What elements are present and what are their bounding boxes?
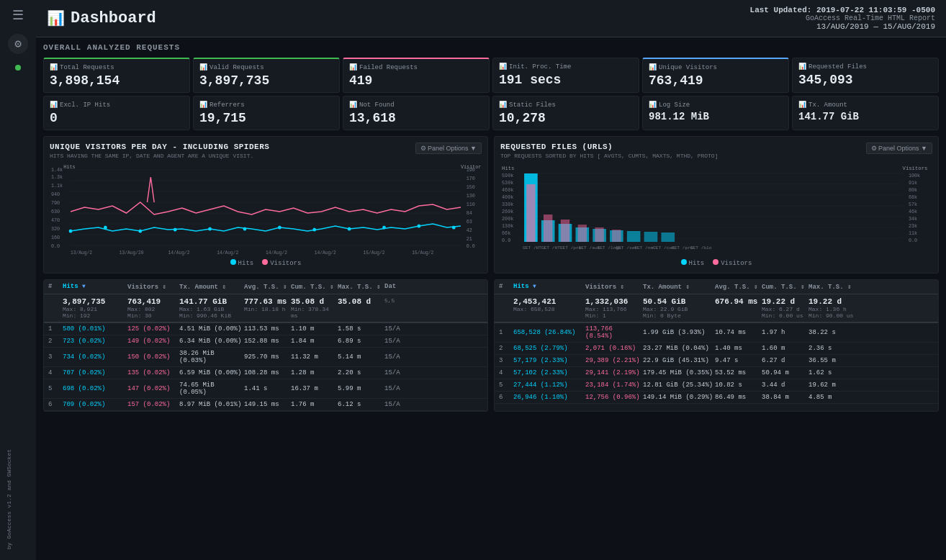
svg-rect-89 [544,214,552,242]
fcol-cum-header[interactable]: Cum. T.S. ⇕ [762,283,808,291]
col-hits-header[interactable]: Hits ▼ [63,283,127,291]
status-dot [15,65,21,71]
col-num[interactable]: # [48,283,63,291]
fcol-num[interactable]: # [499,283,513,291]
svg-text:11k: 11k [909,230,917,236]
svg-text:91k: 91k [909,180,917,186]
visitors-table: # Hits ▼ Visitors ⇕ Tx. Amount ⇕ Avg. T.… [43,279,488,412]
files-table: # Hits ▼ Visitors ⇕ Tx. Amount ⇕ Avg. T.… [494,279,939,412]
table-row: 1 658,528 (26.84%) 113,766 (8.54%) 1.99 … [495,323,938,343]
col-avg-header[interactable]: Avg. T.S. ⇕ [244,283,291,291]
table-row: 4 707 (0.02%) 135 (0.02%) 6.59 MiB (0.00… [44,367,487,379]
table-row: 3 734 (0.02%) 150 (0.02%) 38.26 MiB (0.0… [44,348,487,367]
col-cum-header[interactable]: Cum. T.S. ⇕ [291,283,338,291]
svg-text:100k: 100k [909,173,920,179]
overall-section-title: OVERALL ANALYZED REQUESTS [43,43,939,52]
visitors-panel-options[interactable]: ⚙ Panel Options ▼ [415,143,482,154]
svg-text:330k: 330k [502,202,513,207]
svg-text:42: 42 [467,227,472,233]
col-tx-header[interactable]: Tx. Amount ⇕ [179,283,244,291]
table-row: 2 68,525 (2.79%) 2,071 (0.16%) 23.27 MiB… [495,343,938,355]
svg-text:57k: 57k [909,202,917,207]
table-row: 1 580 (0.01%) 125 (0.02%) 4.51 MiB (0.00… [44,323,487,335]
visitors-chart: 1.4k 1.3k 1.1k 940 790 630 470 320 160 0… [50,163,482,256]
stat-referrers: 📊Referrers 19,715 [193,96,340,130]
svg-text:13/Aug/2: 13/Aug/2 [71,250,92,256]
dashboard-title: 📊 Dashboard [47,9,156,27]
stat-unique-visitors: 📊Unique Visitors 763,419 [642,58,789,93]
svg-rect-87 [661,232,675,242]
svg-text:170: 170 [467,176,475,181]
svg-text:15/Aug/2: 15/Aug/2 [412,250,433,256]
svg-text:1.1k: 1.1k [51,183,63,189]
visitors-panel: UNIQUE VISITORS PER DAY - INCLUDING SPID… [43,136,488,274]
svg-text:14/Aug/2: 14/Aug/2 [315,250,336,256]
svg-text:1.4k: 1.4k [51,167,63,173]
svg-point-35 [243,227,247,231]
svg-text:GET /blo: GET /blo [690,245,712,250]
svg-text:200k: 200k [502,216,513,222]
svg-text:GET /nm: GET /nm [634,245,653,250]
header-right: Last Updated: 2019-07-22 11:03:59 -0500 … [750,6,935,31]
table-row: 6 26,946 (1.10%) 12,756 (0.96%) 149.14 M… [495,392,938,404]
svg-text:14/Aug/2: 14/Aug/2 [217,250,238,256]
svg-text:GET /HT: GET /HT [523,245,541,250]
col-visitors-header[interactable]: Visitors ⇕ [127,283,179,291]
stat-requested-files: 📊Requested Files 345,093 [792,58,939,93]
svg-text:15/Aug/2: 15/Aug/2 [363,250,384,256]
svg-rect-86 [644,232,658,242]
col-max-header[interactable]: Max. T.S. ⇕ [338,283,384,291]
stat-total-requests: 📊Total Requests 3,898,154 [43,58,190,93]
svg-text:Visitors: Visitors [461,164,482,170]
svg-text:66k: 66k [502,230,510,236]
svg-text:Hits: Hits [502,166,514,171]
stat-not-found: 📊Not Found 13,618 [343,96,490,130]
svg-text:21: 21 [467,236,472,242]
svg-point-34 [208,227,212,231]
stat-valid-requests: 📊Valid Requests 3,897,735 [193,58,340,93]
svg-text:0.0: 0.0 [467,243,475,249]
svg-point-30 [69,230,73,233]
fcol-hits-header[interactable]: Hits ▼ [513,283,585,291]
svg-rect-88 [526,184,535,242]
files-panel: REQUESTED FILES (URLS) TOP REQUESTS SORT… [494,136,939,274]
svg-text:80k: 80k [909,187,917,193]
table-row: 5 698 (0.02%) 147 (0.02%) 74.65 MiB (0.0… [44,379,487,399]
svg-text:1.3k: 1.3k [51,174,63,180]
svg-point-39 [382,226,386,230]
fcol-tx-header[interactable]: Tx. Amount ⇕ [643,283,715,291]
svg-text:23k: 23k [909,223,917,229]
svg-text:84: 84 [467,210,472,216]
svg-text:0.0: 0.0 [909,238,917,243]
svg-point-31 [104,226,107,230]
stat-init-proc: 📊Init. Proc. Time 191 secs [492,58,639,93]
svg-text:130k: 130k [502,223,513,229]
svg-text:68k: 68k [909,194,917,200]
fcol-visitors-header[interactable]: Visitors ⇕ [585,283,643,291]
svg-text:46k: 46k [909,209,917,214]
table-row: 5 27,444 (1.12%) 23,184 (1.74%) 12.81 Gi… [495,379,938,392]
svg-text:460k: 460k [502,187,513,193]
svg-text:320: 320 [51,226,60,232]
svg-rect-93 [612,230,621,242]
svg-text:Hits: Hits [63,164,75,170]
fcol-max-header[interactable]: Max. T.S. ⇕ [808,283,855,291]
svg-rect-90 [561,220,569,242]
files-chart: Hits Visitors 590k 530k 460k 400k 330k 2… [500,163,932,256]
svg-text:130: 130 [467,193,475,199]
table-row: 2 723 (0.02%) 149 (0.02%) 6.34 MiB (0.00… [44,335,487,348]
svg-text:110: 110 [467,202,475,207]
svg-text:160: 160 [51,235,60,240]
gauge-icon: ⚙ [8,34,28,54]
svg-text:63: 63 [467,219,472,225]
dashboard-icon: 📊 [47,9,65,27]
svg-text:14/Aug/2: 14/Aug/2 [168,250,190,256]
menu-icon[interactable]: ☰ [12,7,24,23]
fcol-avg-header[interactable]: Avg. T.S. ⇕ [715,283,762,291]
svg-text:630: 630 [51,209,60,214]
svg-rect-92 [595,227,603,242]
table-row: 6 709 (0.02%) 157 (0.02%) 8.97 MiB (0.01… [44,399,487,411]
svg-text:590k: 590k [502,173,513,179]
stat-log-size: 📊Log Size 981.12 MiB [642,96,789,130]
files-panel-options[interactable]: ⚙ Panel Options ▼ [866,143,932,154]
